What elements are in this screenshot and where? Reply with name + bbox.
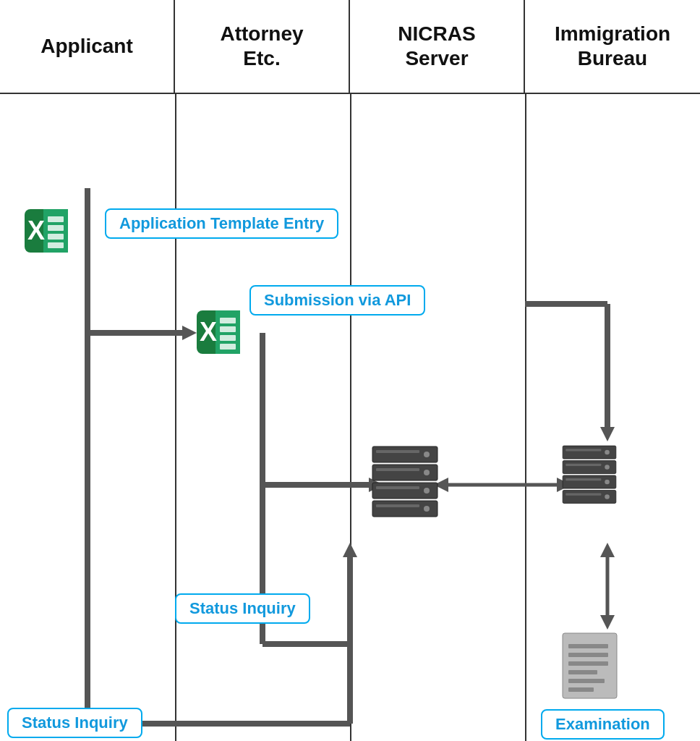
svg-rect-53 — [565, 449, 601, 451]
examination-doc-icon — [555, 630, 628, 705]
svg-point-58 — [605, 480, 610, 485]
svg-rect-29 — [48, 234, 64, 240]
col-header-nicras: NICRASServer — [350, 0, 525, 93]
svg-point-52 — [605, 450, 610, 455]
svg-rect-47 — [376, 486, 419, 489]
app-template-label: Application Template Entry — [105, 208, 338, 239]
svg-rect-27 — [48, 216, 64, 222]
svg-rect-50 — [376, 504, 419, 507]
svg-rect-56 — [565, 464, 601, 466]
svg-point-46 — [424, 488, 430, 494]
header-row: Applicant AttorneyEtc. NICRASServer Immi… — [0, 0, 700, 94]
examination-label: Examination — [541, 709, 665, 740]
vline-2 — [350, 94, 351, 741]
diagram-content: X Application Template Entry X Submissio… — [0, 94, 700, 741]
svg-rect-30 — [48, 242, 64, 248]
svg-point-40 — [424, 452, 430, 457]
svg-rect-38 — [220, 344, 236, 350]
svg-rect-69 — [568, 687, 594, 692]
svg-point-49 — [424, 506, 430, 512]
svg-marker-13 — [600, 543, 615, 557]
svg-rect-68 — [568, 679, 605, 683]
nicras-server-icon — [365, 443, 445, 525]
status-inquiry-bot-label: Status Inquiry — [7, 708, 142, 738]
svg-marker-14 — [600, 615, 615, 630]
svg-point-55 — [605, 465, 610, 470]
svg-rect-66 — [568, 661, 608, 666]
status-inquiry-mid-label: Status Inquiry — [175, 593, 310, 624]
col-header-attorney: AttorneyEtc. — [175, 0, 350, 93]
vline-3 — [525, 94, 526, 741]
svg-rect-64 — [568, 644, 608, 648]
svg-marker-8 — [600, 427, 615, 441]
svg-text:X: X — [200, 317, 217, 347]
svg-text:X: X — [27, 216, 45, 245]
svg-rect-62 — [565, 494, 601, 496]
svg-rect-65 — [568, 653, 608, 657]
svg-rect-44 — [376, 468, 419, 471]
svg-rect-67 — [568, 670, 597, 674]
svg-rect-36 — [220, 326, 236, 332]
svg-rect-37 — [220, 335, 236, 341]
col-header-immigration: ImmigrationBureau — [525, 0, 700, 93]
excel-icon-applicant: X — [22, 206, 71, 255]
col-header-applicant: Applicant — [0, 0, 175, 93]
svg-rect-59 — [565, 478, 601, 480]
excel-icon-attorney: X — [194, 308, 243, 357]
svg-rect-41 — [376, 450, 419, 453]
submission-label: Submission via API — [249, 285, 425, 316]
vline-1 — [175, 94, 176, 741]
immigration-server-icon — [557, 443, 622, 511]
svg-point-43 — [424, 470, 430, 475]
svg-point-61 — [605, 494, 610, 499]
svg-rect-35 — [220, 318, 236, 323]
svg-rect-28 — [48, 225, 64, 231]
